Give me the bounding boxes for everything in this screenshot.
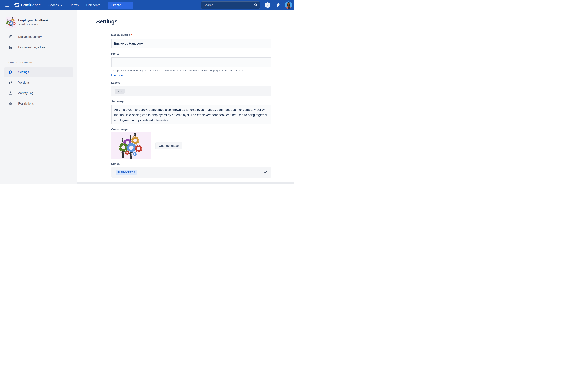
prefix-label: Prefix: [111, 52, 271, 55]
chevron-down-icon: [263, 171, 267, 173]
nav-terms[interactable]: Terms: [70, 3, 79, 7]
create-button[interactable]: Create: [108, 1, 125, 8]
sidebar-item-activity-log[interactable]: Activity Log: [0, 90, 77, 96]
labels-label: Labels: [111, 81, 271, 84]
change-image-button[interactable]: Change image: [156, 142, 182, 150]
sidebar-item-label: Activity Log: [18, 92, 34, 95]
branch-icon: [9, 81, 13, 85]
notebook-icon: [9, 35, 13, 39]
prefix-input[interactable]: [111, 57, 271, 67]
user-avatar[interactable]: [285, 1, 292, 9]
status-dropdown[interactable]: IN PROGRESS: [111, 167, 271, 178]
summary-textarea[interactable]: An employee handbook, sometimes also kno…: [111, 105, 271, 124]
labels-field[interactable]: hr ✕: [111, 86, 271, 96]
document-title: Employee Handbook: [18, 18, 49, 22]
hamburger-menu-icon[interactable]: [5, 4, 9, 7]
tag-remove-icon[interactable]: ✕: [121, 90, 123, 92]
cover-image-preview: [111, 132, 151, 159]
label-tag: hr ✕: [115, 89, 125, 94]
sidebar-item-versions[interactable]: Versions: [0, 80, 77, 86]
create-split-button: Create: [108, 1, 133, 8]
ellipsis-icon: [127, 5, 128, 6]
document-thumbnail: [6, 17, 17, 28]
sidebar-item-label: Settings: [18, 70, 29, 74]
sidebar: Employee Handbook Scroll Document Docume…: [0, 10, 77, 184]
notifications-bell-icon[interactable]: [276, 2, 281, 8]
settings-form: Document title* Prefix This prefix is ad…: [111, 33, 271, 178]
manage-document-section-header: MANAGE DOCUMENT: [8, 61, 77, 64]
prefix-help-text: This prefix is added to all page titles …: [111, 69, 271, 72]
sidebar-item-settings-active[interactable]: Settings: [4, 67, 73, 77]
sidebar-item-document-page-tree[interactable]: Document page tree: [0, 44, 77, 50]
page-bottom-divider: [77, 183, 294, 184]
sidebar-item-label: Document Library: [18, 35, 42, 39]
document-title-label: Document title*: [111, 33, 132, 36]
lock-icon: [9, 101, 13, 106]
learn-more-link[interactable]: Learn more: [111, 74, 125, 77]
clock-icon: [9, 91, 13, 95]
more-button[interactable]: [125, 1, 133, 8]
confluence-logo-icon: [14, 2, 20, 8]
status-badge: IN PROGRESS: [116, 170, 137, 175]
nav-spaces[interactable]: Spaces: [49, 3, 62, 7]
tree-icon: [9, 45, 13, 50]
document-title-input[interactable]: [111, 39, 271, 48]
sidebar-item-restrictions[interactable]: Restrictions: [0, 100, 77, 107]
document-header: Employee Handbook Scroll Document: [6, 17, 77, 28]
search-input[interactable]: [201, 1, 260, 9]
gear-icon: [9, 70, 13, 74]
status-label: Status: [111, 162, 271, 166]
summary-label: Summary: [111, 100, 271, 103]
search-icon[interactable]: [253, 2, 259, 8]
product-name: Confluence: [21, 3, 41, 7]
required-asterisk: *: [131, 33, 132, 36]
search-container: [201, 1, 260, 9]
sidebar-item-document-library[interactable]: Document Library: [0, 34, 77, 40]
document-type: Scroll Document: [18, 23, 49, 26]
sidebar-item-label: Versions: [18, 81, 30, 84]
help-icon[interactable]: ?: [265, 2, 270, 8]
top-navbar: Confluence Spaces Terms Calendars Create…: [0, 0, 294, 10]
chevron-down-icon: [60, 5, 63, 6]
label-tag-text: hr: [117, 90, 119, 93]
sidebar-item-label: Document page tree: [18, 46, 45, 49]
page-title: Settings: [96, 18, 294, 25]
confluence-logo[interactable]: Confluence: [14, 2, 41, 8]
cover-image-label: Cover image: [111, 128, 271, 131]
settings-page: Settings Document title* Prefix This pre…: [77, 10, 294, 184]
sidebar-item-label: Restrictions: [18, 102, 34, 105]
nav-calendars[interactable]: Calendars: [86, 3, 100, 7]
